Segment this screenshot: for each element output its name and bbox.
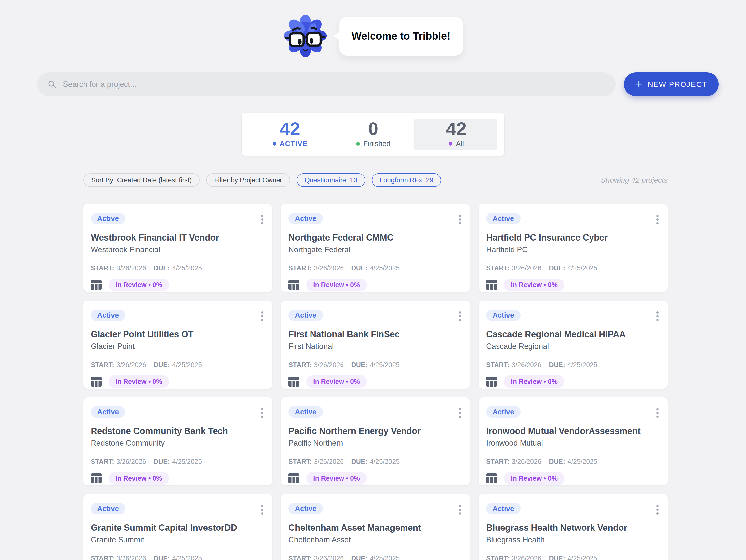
review-progress-badge: In Review • 0%: [504, 472, 565, 485]
all-label: All: [456, 140, 464, 148]
review-progress-badge: In Review • 0%: [306, 279, 367, 291]
project-card[interactable]: Active Hartfield PC Insurance Cyber Hart…: [479, 204, 668, 292]
card-menu-ellipsis-icon[interactable]: [457, 309, 462, 323]
card-menu-ellipsis-icon[interactable]: [457, 406, 462, 420]
start-date: 3/26/2026: [116, 264, 146, 272]
showing-projects-count: Showing 42 projects: [601, 176, 668, 184]
filter-row: Sort By: Created Date (latest first) Fil…: [83, 173, 668, 187]
project-title: Cheltenham Asset Management: [288, 523, 462, 533]
project-card[interactable]: Active Cascade Regional Medical HIPAA Ca…: [479, 301, 668, 389]
active-dot-icon: [272, 142, 276, 146]
project-title: Hartfield PC Insurance Cyber: [486, 232, 660, 243]
project-stats-card: 42 ACTIVE 0 Finished 42 All: [241, 113, 505, 156]
start-label: START:: [288, 458, 312, 465]
start-date: 3/26/2026: [314, 555, 344, 560]
project-search-box[interactable]: [37, 73, 615, 96]
status-badge: Active: [486, 309, 521, 321]
due-date: 4/25/2025: [568, 264, 597, 272]
start-date: 3/26/2026: [512, 458, 541, 465]
project-title: Westbrook Financial IT Vendor: [91, 232, 265, 243]
project-company: Redstone Community: [91, 439, 265, 448]
project-card[interactable]: Active Northgate Federal CMMC Northgate …: [281, 204, 470, 292]
card-menu-ellipsis-icon[interactable]: [260, 406, 265, 420]
new-project-button[interactable]: + NEW PROJECT: [624, 73, 719, 96]
start-label: START:: [486, 361, 509, 368]
status-badge: Active: [288, 309, 323, 321]
due-label: DUE:: [549, 458, 565, 465]
search-input[interactable]: [63, 80, 605, 89]
project-title: Redstone Community Bank Tech: [91, 426, 265, 436]
questionnaire-table-icon: [288, 377, 299, 387]
project-card[interactable]: Active Bluegrass Health Network Vendor B…: [479, 494, 668, 560]
start-date: 3/26/2026: [116, 458, 146, 465]
card-menu-ellipsis-icon[interactable]: [260, 309, 265, 323]
status-badge: Active: [91, 309, 125, 321]
project-card[interactable]: Active Pacific Northern Energy Vendor Pa…: [281, 397, 470, 485]
start-label: START:: [486, 458, 509, 465]
stat-finished[interactable]: 0 Finished: [332, 119, 415, 150]
status-badge: Active: [486, 406, 521, 418]
project-card[interactable]: Active First National Bank FinSec First …: [281, 301, 470, 389]
card-menu-ellipsis-icon[interactable]: [260, 503, 265, 516]
project-company: Pacific Northern: [288, 439, 462, 448]
due-label: DUE:: [549, 361, 565, 368]
start-date: 3/26/2026: [512, 555, 541, 560]
project-card[interactable]: Active Westbrook Financial IT Vendor Wes…: [83, 204, 272, 292]
start-date: 3/26/2026: [314, 264, 344, 272]
sort-by-chip[interactable]: Sort By: Created Date (latest first): [83, 173, 200, 187]
status-badge: Active: [288, 406, 323, 418]
project-dates: START:3/26/2026 DUE:4/25/2025: [288, 457, 462, 466]
questionnaire-filter-chip[interactable]: Questionnaire: 13: [297, 173, 365, 187]
start-date: 3/26/2026: [116, 555, 146, 560]
project-title: Ironwood Mutual VendorAssessment: [486, 426, 660, 436]
filter-owner-chip[interactable]: Filter by Project Owner: [206, 173, 290, 187]
due-label: DUE:: [153, 555, 170, 560]
project-dates: START:3/26/2026 DUE:4/25/2025: [91, 361, 265, 369]
status-badge: Active: [91, 406, 125, 418]
project-card[interactable]: Active Redstone Community Bank Tech Reds…: [83, 397, 272, 485]
status-badge: Active: [288, 503, 323, 514]
stat-all[interactable]: 42 All: [414, 119, 497, 150]
stat-active[interactable]: 42 ACTIVE: [249, 119, 332, 150]
longform-rfx-filter-chip[interactable]: Longform RFx: 29: [372, 173, 441, 187]
review-progress-badge: In Review • 0%: [504, 279, 565, 291]
card-menu-ellipsis-icon[interactable]: [655, 309, 660, 323]
start-label: START:: [288, 264, 312, 272]
project-dates: START:3/26/2026 DUE:4/25/2025: [288, 361, 462, 369]
start-label: START:: [288, 361, 312, 368]
search-icon: [48, 80, 57, 89]
due-date: 4/25/2025: [172, 361, 202, 368]
due-date: 4/25/2025: [568, 458, 597, 465]
due-label: DUE:: [153, 458, 170, 465]
project-title: Pacific Northern Energy Vendor: [288, 426, 462, 436]
questionnaire-table-icon: [288, 280, 299, 290]
project-card[interactable]: Active Ironwood Mutual VendorAssessment …: [479, 397, 668, 485]
project-dates: START:3/26/2026 DUE:4/25/2025: [288, 264, 462, 272]
status-badge: Active: [486, 213, 521, 224]
card-menu-ellipsis-icon[interactable]: [457, 503, 462, 516]
review-progress-badge: In Review • 0%: [504, 375, 565, 388]
due-date: 4/25/2025: [172, 555, 202, 560]
card-menu-ellipsis-icon[interactable]: [655, 406, 660, 420]
start-label: START:: [91, 458, 114, 465]
status-badge: Active: [91, 213, 125, 224]
status-badge: Active: [288, 213, 323, 224]
project-card[interactable]: Active Glacier Point Utilities OT Glacie…: [83, 301, 272, 389]
card-menu-ellipsis-icon[interactable]: [260, 213, 265, 226]
card-menu-ellipsis-icon[interactable]: [655, 503, 660, 516]
start-date: 3/26/2026: [314, 458, 344, 465]
due-date: 4/25/2025: [568, 361, 597, 368]
card-menu-ellipsis-icon[interactable]: [655, 213, 660, 226]
project-dates: START:3/26/2026 DUE:4/25/2025: [486, 554, 660, 560]
project-dates: START:3/26/2026 DUE:4/25/2025: [91, 554, 265, 560]
review-progress-badge: In Review • 0%: [306, 472, 367, 485]
due-date: 4/25/2025: [370, 458, 400, 465]
active-count: 42: [280, 120, 300, 138]
card-menu-ellipsis-icon[interactable]: [457, 213, 462, 226]
due-label: DUE:: [153, 361, 170, 368]
project-card[interactable]: Active Cheltenham Asset Management Chelt…: [281, 494, 470, 560]
project-card[interactable]: Active Granite Summit Capital InvestorDD…: [83, 494, 272, 560]
start-date: 3/26/2026: [116, 361, 146, 368]
welcome-speech-bubble: Welcome to Tribble!: [339, 17, 463, 56]
tribble-mascot-logo: [283, 15, 327, 58]
